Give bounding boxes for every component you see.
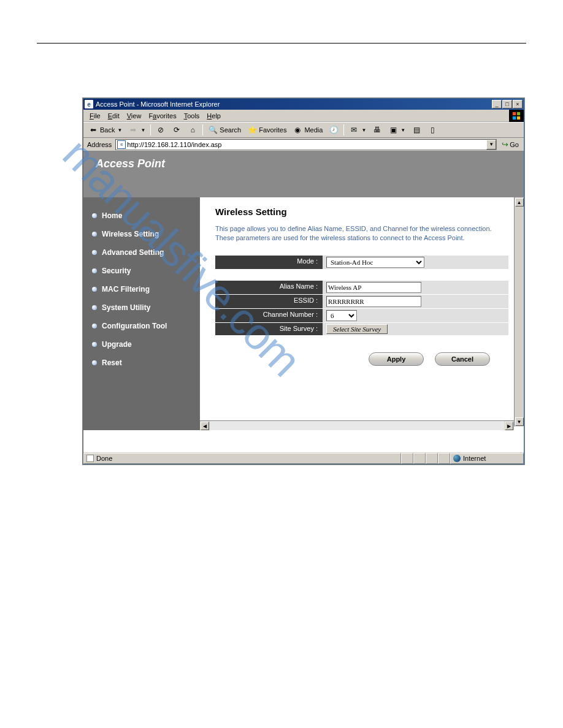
sidebar-item-home[interactable]: Home (88, 207, 195, 225)
bullet-icon (92, 305, 97, 310)
sidebar-item-mac-filtering[interactable]: MAC Filtering (88, 280, 195, 298)
label-alias: Alias Name : (215, 281, 323, 294)
bullet-icon (92, 287, 97, 292)
row-alias: Alias Name : (215, 281, 508, 294)
input-alias-name[interactable] (326, 282, 421, 293)
media-button[interactable]: ◉Media (290, 124, 325, 136)
home-button[interactable]: ⌂ (185, 124, 200, 136)
page-content: Access Point Home Wireless Setting Advan… (83, 151, 524, 452)
menu-view[interactable]: View (123, 112, 145, 119)
forward-icon: ➡ (128, 125, 138, 135)
window-title: Access Point - Microsoft Internet Explor… (96, 100, 492, 108)
edit-button[interactable]: ▣▼ (386, 124, 408, 136)
menu-favorites[interactable]: Favorites (145, 112, 180, 119)
back-icon: ⬅ (88, 125, 98, 135)
sidebar-item-configuration-tool[interactable]: Configuration Tool (88, 317, 195, 335)
scroll-up-button[interactable]: ▲ (515, 198, 524, 207)
menu-tools[interactable]: Tools (180, 112, 204, 119)
svg-rect-3 (517, 116, 520, 119)
bullet-icon (92, 360, 97, 365)
favorites-button[interactable]: ⭐Favorites (245, 124, 289, 136)
svg-rect-0 (513, 112, 516, 115)
back-button[interactable]: ⬅Back▼ (86, 124, 124, 136)
bullet-icon (92, 213, 97, 218)
horizontal-scrollbar[interactable]: ◀ ▶ (200, 420, 514, 430)
apply-button[interactable]: Apply (369, 352, 424, 366)
horizontal-rule (37, 43, 526, 44)
menu-edit[interactable]: Edit (104, 112, 123, 119)
sidebar-item-wireless-setting[interactable]: Wireless Setting (88, 225, 195, 243)
go-arrow-icon: ↪ (502, 140, 508, 149)
address-dropdown[interactable]: ▼ (486, 140, 496, 150)
page-description: This page allows you to define Alias Nam… (215, 224, 508, 243)
address-bar: Address e ▼ ↪Go (83, 138, 524, 151)
label-site-survey: Site Survey : (215, 323, 323, 335)
sidebar-item-reset[interactable]: Reset (88, 354, 195, 372)
security-zone: Internet (450, 453, 524, 464)
address-field-wrap: e ▼ (115, 139, 497, 150)
sidebar-item-system-utility[interactable]: System Utility (88, 298, 195, 317)
sidebar-item-upgrade[interactable]: Upgrade (88, 335, 195, 354)
maximize-button[interactable]: □ (502, 100, 512, 108)
address-label: Address (86, 141, 113, 148)
search-icon: 🔍 (208, 125, 218, 135)
bullet-icon (92, 342, 97, 347)
history-button[interactable]: 🕗 (326, 124, 341, 136)
browser-window: e Access Point - Microsoft Internet Expl… (83, 98, 524, 464)
status-seg-spacer (401, 453, 413, 464)
select-channel[interactable]: 6 (326, 310, 357, 321)
sidebar-item-advanced-setting[interactable]: Advanced Setting (88, 243, 195, 262)
status-text-segment: Done (83, 453, 401, 464)
go-button[interactable]: ↪Go (499, 140, 521, 149)
main-layout: Home Wireless Setting Advanced Setting S… (83, 197, 524, 430)
home-icon: ⌂ (188, 125, 197, 135)
scroll-down-button[interactable]: ▼ (515, 417, 524, 426)
stop-button[interactable]: ⊘ (153, 124, 168, 136)
print-icon: 🖶 (372, 125, 382, 135)
banner-title: Access Point (96, 157, 165, 170)
status-text: Done (96, 455, 112, 462)
search-button[interactable]: 🔍Search (205, 124, 243, 136)
page-icon: e (117, 140, 126, 149)
scroll-right-button[interactable]: ▶ (505, 422, 513, 430)
favorites-icon: ⭐ (247, 125, 257, 135)
mail-button[interactable]: ✉▼ (347, 124, 369, 136)
bullet-icon (92, 250, 97, 255)
messenger-button[interactable]: ▯ (425, 124, 440, 136)
menu-bar: File Edit View Favorites Tools Help (83, 110, 524, 122)
refresh-button[interactable]: ⟳ (169, 124, 184, 136)
sidebar-item-security[interactable]: Security (88, 262, 195, 280)
action-buttons: Apply Cancel (215, 352, 508, 366)
zone-text: Internet (463, 455, 486, 462)
address-input[interactable] (127, 140, 486, 150)
history-icon: 🕗 (329, 125, 339, 135)
done-icon (86, 455, 94, 462)
forward-button[interactable]: ➡▼ (126, 124, 148, 136)
svg-rect-1 (517, 112, 520, 115)
minimize-button[interactable]: _ (492, 100, 502, 108)
toolbar: ⬅Back▼ ➡▼ ⊘ ⟳ ⌂ 🔍Search ⭐Favorites ◉Medi… (83, 122, 524, 138)
status-seg-spacer (426, 453, 438, 464)
mail-icon: ✉ (349, 125, 359, 135)
window-controls: _ □ × (492, 100, 523, 108)
input-essid[interactable] (326, 296, 421, 307)
select-site-survey-button[interactable]: Select Site Survey (326, 324, 388, 334)
document-page: e Access Point - Microsoft Internet Expl… (0, 0, 563, 728)
content-panel: Wireless Setting This page allows you to… (200, 197, 524, 430)
close-button[interactable]: × (513, 100, 523, 108)
windows-logo-icon (509, 110, 524, 122)
select-mode[interactable]: Station-Ad Hoc (326, 257, 424, 268)
menu-file[interactable]: File (86, 112, 104, 119)
internet-zone-icon (453, 455, 461, 462)
status-seg-spacer (413, 453, 426, 464)
media-icon: ◉ (293, 125, 302, 135)
label-essid: ESSID : (215, 295, 323, 308)
print-button[interactable]: 🖶 (370, 124, 385, 136)
menu-help[interactable]: Help (203, 112, 224, 119)
sidebar-nav: Home Wireless Setting Advanced Setting S… (83, 197, 200, 430)
discuss-button[interactable]: ▤ (409, 124, 424, 136)
cancel-button[interactable]: Cancel (435, 352, 490, 366)
messenger-icon: ▯ (427, 125, 437, 135)
vertical-scrollbar[interactable]: ▲ ▼ (514, 197, 524, 427)
scroll-left-button[interactable]: ◀ (201, 422, 209, 430)
